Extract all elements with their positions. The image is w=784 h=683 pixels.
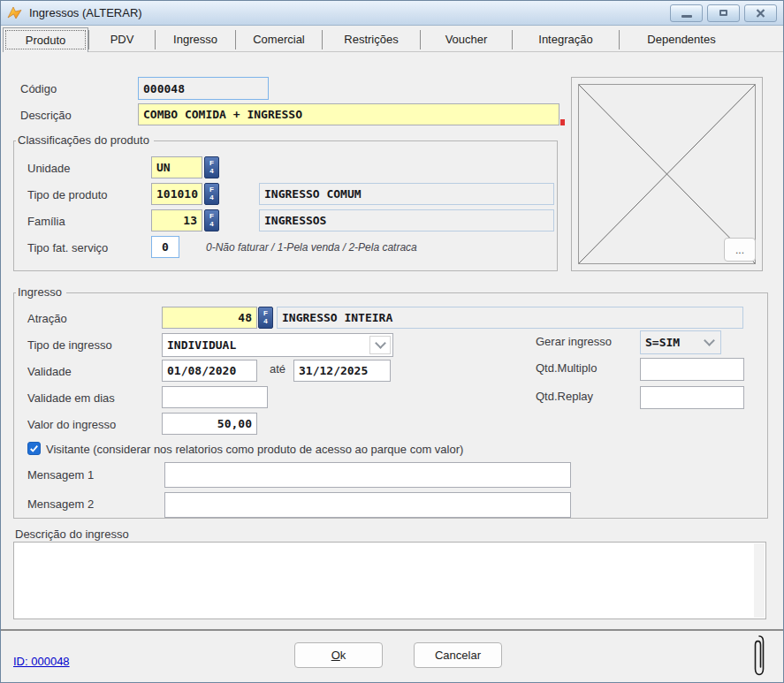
tipo-fat-servico-field[interactable]: 0 xyxy=(151,236,179,258)
tab-pdv[interactable]: PDV xyxy=(89,27,155,51)
atracao-field[interactable]: 48 xyxy=(162,307,257,329)
qtd-replay-label: Qtd.Replay xyxy=(536,390,593,403)
descricao-label: Descrição xyxy=(20,109,72,122)
footer-divider xyxy=(1,629,784,631)
validade-de-field[interactable]: 01/08/2020 xyxy=(162,360,257,382)
ate-label: até xyxy=(270,362,285,376)
paperclip-icon[interactable] xyxy=(752,634,766,680)
gerar-ingresso-dropdown-button[interactable] xyxy=(699,333,719,352)
valor-ingresso-field[interactable]: 50,00 xyxy=(162,413,257,435)
visitante-label: Visitante (considerar nos relatorios com… xyxy=(46,443,463,456)
qtd-multiplo-label: Qtd.Multiplo xyxy=(536,361,597,375)
tab-integracao[interactable]: Integração xyxy=(513,27,619,51)
tipo-ingresso-dropdown-button[interactable] xyxy=(369,336,391,354)
validade-label: Validade xyxy=(27,365,72,378)
tipo-produto-display: INGRESSO COMUM xyxy=(259,183,554,205)
record-id-link[interactable]: ID: 000048 xyxy=(13,655,70,668)
mensagem1-field[interactable] xyxy=(164,462,571,488)
maximize-button[interactable] xyxy=(707,4,740,22)
ingressos-window: Ingressos (ALTERAR) Produto PDV Ingresso… xyxy=(0,0,784,683)
required-marker xyxy=(560,119,565,125)
ok-button-accelerator: O xyxy=(331,649,340,662)
group-classificacoes-title: Classificações do produto xyxy=(16,133,154,147)
chevron-down-icon xyxy=(704,335,715,346)
validade-dias-label: Validade em dias xyxy=(27,391,115,405)
chevron-down-icon xyxy=(375,338,386,349)
atracao-label: Atração xyxy=(27,312,67,325)
atracao-f4-button[interactable]: F 4 xyxy=(258,307,273,329)
codigo-field[interactable]: 000048 xyxy=(138,77,269,100)
unidade-f4-button[interactable]: F 4 xyxy=(204,156,219,178)
tab-ingresso[interactable]: Ingresso xyxy=(156,27,235,51)
visitante-checkbox[interactable] xyxy=(27,442,41,455)
image-placeholder-cross xyxy=(579,85,755,263)
f4-key-bottom: 4 xyxy=(263,318,267,326)
validade-ate-field[interactable]: 31/12/2025 xyxy=(293,360,391,382)
image-browse-button[interactable]: ... xyxy=(724,238,756,262)
familia-display: INGRESSOS xyxy=(259,209,554,231)
descricao-ingresso-title: Descrição do ingresso xyxy=(15,527,129,541)
tipo-produto-label: Tipo de produto xyxy=(27,188,108,201)
atracao-display: INGRESSO INTEIRA xyxy=(277,307,743,329)
gerar-ingresso-label: Gerar ingresso xyxy=(536,335,612,348)
familia-f4-button[interactable]: F 4 xyxy=(204,209,219,231)
minimize-icon xyxy=(681,15,692,18)
tipo-fat-servico-label: Tipo fat. serviço xyxy=(27,241,108,254)
tab-restricoes[interactable]: Restrições xyxy=(323,27,420,51)
tipo-produto-field[interactable]: 101010 xyxy=(151,183,202,205)
f4-key-bottom: 4 xyxy=(209,194,213,202)
close-icon xyxy=(756,9,765,18)
unidade-field[interactable]: UN xyxy=(151,156,202,178)
mensagem2-label: Mensagem 2 xyxy=(27,497,94,511)
f4-key-bottom: 4 xyxy=(209,168,213,176)
gerar-ingresso-value: S=SIM xyxy=(641,336,697,349)
tab-voucher[interactable]: Voucher xyxy=(421,27,512,51)
ok-button-label: k xyxy=(340,649,346,662)
tab-produto[interactable]: Produto xyxy=(3,27,88,52)
maximize-icon xyxy=(719,10,727,16)
codigo-label: Código xyxy=(20,82,57,95)
f4-key-bottom: 4 xyxy=(209,221,213,229)
tipo-ingresso-value: INDIVIDUAL xyxy=(163,338,368,352)
familia-field[interactable]: 13 xyxy=(151,209,202,231)
close-button[interactable] xyxy=(744,4,777,22)
group-ingresso-title: Ingresso xyxy=(16,285,66,299)
tab-bar: Produto PDV Ingresso Comercial Restriçõe… xyxy=(3,27,783,52)
familia-label: Família xyxy=(27,215,65,228)
tab-dependentes[interactable]: Dependentes xyxy=(620,27,743,51)
ok-button[interactable]: Ok xyxy=(294,642,383,668)
unidade-label: Unidade xyxy=(27,162,70,175)
gerar-ingresso-dropdown[interactable]: S=SIM xyxy=(640,330,721,354)
window-controls xyxy=(670,4,777,22)
minimize-button[interactable] xyxy=(670,4,703,22)
qtd-multiplo-field[interactable] xyxy=(640,358,744,381)
descricao-ingresso-scrollbar[interactable] xyxy=(754,543,765,618)
descricao-field[interactable]: COMBO COMIDA + INGRESSO xyxy=(138,103,559,125)
valor-ingresso-label: Valor do ingresso xyxy=(27,418,116,431)
descricao-ingresso-textarea[interactable] xyxy=(13,542,766,619)
mensagem2-field[interactable] xyxy=(164,492,571,518)
tipo-fat-servico-hint: 0-Não faturar / 1-Pela venda / 2-Pela ca… xyxy=(206,241,417,254)
tipo-ingresso-dropdown[interactable]: INDIVIDUAL xyxy=(162,333,393,357)
cancel-button[interactable]: Cancelar xyxy=(414,642,502,668)
qtd-replay-field[interactable] xyxy=(640,386,744,409)
tab-comercial[interactable]: Comercial xyxy=(236,27,322,51)
window-title: Ingressos (ALTERAR) xyxy=(29,6,142,19)
validade-dias-field[interactable] xyxy=(162,386,268,408)
fox-icon xyxy=(7,6,23,20)
tipo-produto-f4-button[interactable]: F 4 xyxy=(204,183,219,205)
title-bar[interactable]: Ingressos (ALTERAR) xyxy=(1,1,783,26)
mensagem1-label: Mensagem 1 xyxy=(27,468,94,482)
check-icon xyxy=(29,444,39,453)
tipo-ingresso-label: Tipo de ingresso xyxy=(27,338,112,352)
